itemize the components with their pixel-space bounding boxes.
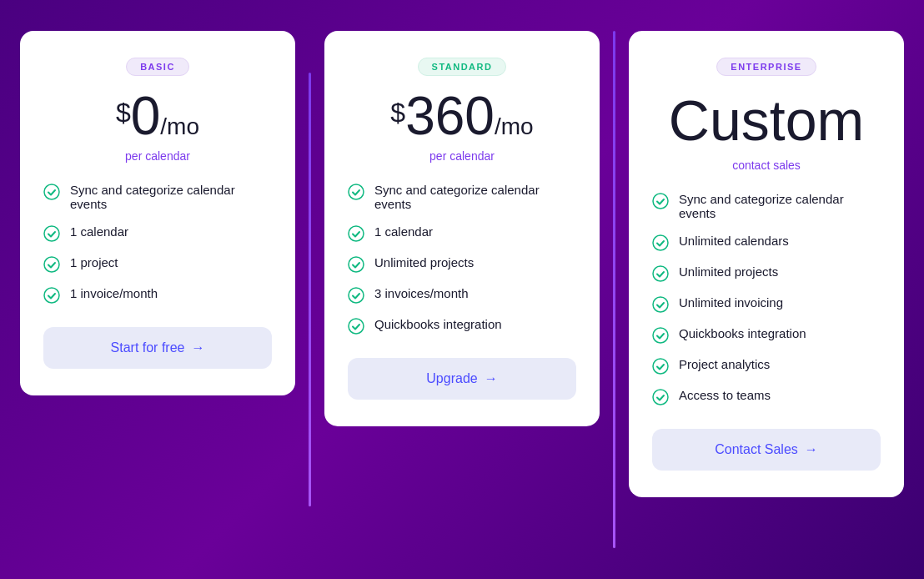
arrow-right-icon: → <box>485 371 498 386</box>
basic-per-mo: /mo <box>160 113 199 139</box>
list-item: Access to teams <box>652 388 881 405</box>
feature-text: Unlimited projects <box>374 255 474 269</box>
standard-price-amount: $360/mo <box>390 86 533 146</box>
list-item: Sync and categorize calendar events <box>652 192 881 220</box>
list-item: Quickbooks integration <box>348 317 576 335</box>
svg-point-2 <box>44 257 59 272</box>
feature-text: Unlimited invoicing <box>679 295 783 310</box>
feature-text: Quickbooks integration <box>374 317 502 331</box>
standard-price-subtitle: per calendar <box>348 149 576 163</box>
check-icon <box>348 184 364 200</box>
list-item: Unlimited projects <box>348 255 576 273</box>
standard-cta-label: Upgrade <box>426 371 477 386</box>
basic-features-list: Sync and categorize calendar events 1 ca… <box>43 183 272 304</box>
svg-point-7 <box>349 288 364 303</box>
svg-point-1 <box>44 226 59 241</box>
enterprise-price-display: Custom <box>652 89 881 152</box>
check-icon <box>652 327 669 344</box>
feature-text: 1 calendar <box>374 224 433 239</box>
enterprise-price-custom: Custom <box>652 89 881 152</box>
right-divider <box>613 31 615 548</box>
basic-price-amount: $0/mo <box>116 86 199 146</box>
check-icon <box>348 318 364 335</box>
list-item: Unlimited projects <box>652 264 881 282</box>
check-icon <box>652 296 669 313</box>
feature-text: Unlimited projects <box>679 264 778 279</box>
enterprise-plan-card: ENTERPRISE Custom contact sales Sync and… <box>629 31 904 497</box>
standard-features-list: Sync and categorize calendar events 1 ca… <box>348 183 576 335</box>
feature-text: Sync and categorize calendar events <box>679 192 881 220</box>
check-icon <box>652 234 669 251</box>
left-divider <box>309 73 311 506</box>
svg-point-10 <box>653 235 668 250</box>
svg-point-6 <box>349 257 364 272</box>
standard-badge: STANDARD <box>418 58 507 76</box>
feature-text: 1 calendar <box>70 224 128 239</box>
svg-point-14 <box>653 359 668 374</box>
feature-text: 3 invoices/month <box>374 286 469 300</box>
standard-plan-card: STANDARD $360/mo per calendar Sync and c… <box>324 31 600 426</box>
feature-text: Access to teams <box>679 388 771 402</box>
list-item: Quickbooks integration <box>652 326 881 344</box>
feature-text: 1 project <box>70 255 118 269</box>
check-icon <box>652 265 669 282</box>
check-icon <box>348 287 364 304</box>
enterprise-features-list: Sync and categorize calendar events Unli… <box>652 192 881 405</box>
list-item: Unlimited invoicing <box>652 295 881 313</box>
arrow-right-icon: → <box>805 442 818 457</box>
standard-price-display: $360/mo <box>348 89 576 143</box>
standard-dollar-sign: $ <box>390 99 405 126</box>
basic-badge: BASIC <box>126 58 189 76</box>
list-item: 1 project <box>43 255 272 273</box>
feature-text: Sync and categorize calendar events <box>70 183 272 211</box>
svg-point-5 <box>349 226 364 241</box>
list-item: Unlimited calendars <box>652 234 881 251</box>
basic-price-subtitle: per calendar <box>43 149 272 163</box>
standard-cta-button[interactable]: Upgrade → <box>348 358 576 400</box>
list-item: Project analytics <box>652 357 881 375</box>
basic-cta-label: Start for free <box>111 340 185 355</box>
feature-text: Project analytics <box>679 357 770 371</box>
list-item: 1 invoice/month <box>43 286 272 304</box>
list-item: 1 calendar <box>348 224 576 242</box>
svg-point-13 <box>653 328 668 343</box>
feature-text: 1 invoice/month <box>70 286 158 300</box>
svg-point-9 <box>653 194 668 209</box>
basic-price-display: $0/mo <box>43 89 272 143</box>
basic-cta-button[interactable]: Start for free → <box>43 327 272 369</box>
list-item: 3 invoices/month <box>348 286 576 304</box>
check-icon <box>43 287 60 304</box>
enterprise-cta-label: Contact Sales <box>715 442 798 457</box>
standard-price-number: 360 <box>405 86 495 146</box>
svg-point-0 <box>44 184 59 199</box>
svg-point-11 <box>653 266 668 281</box>
check-icon <box>652 193 669 209</box>
list-item: Sync and categorize calendar events <box>43 183 272 211</box>
svg-point-3 <box>44 288 59 303</box>
feature-text: Quickbooks integration <box>679 326 806 340</box>
list-item: 1 calendar <box>43 224 272 242</box>
basic-price-number: 0 <box>131 86 161 146</box>
check-icon <box>43 184 60 200</box>
feature-text: Sync and categorize calendar events <box>374 183 576 211</box>
check-icon <box>652 389 669 405</box>
basic-dollar-sign: $ <box>116 99 131 126</box>
pricing-container: BASIC $0/mo per calendar Sync and catego… <box>20 31 904 548</box>
svg-point-4 <box>349 184 364 199</box>
check-icon <box>348 256 364 273</box>
check-icon <box>348 225 364 242</box>
list-item: Sync and categorize calendar events <box>348 183 576 211</box>
check-icon <box>43 225 60 242</box>
enterprise-badge: ENTERPRISE <box>716 58 816 76</box>
svg-point-12 <box>653 297 668 312</box>
check-icon <box>43 256 60 273</box>
basic-plan-card: BASIC $0/mo per calendar Sync and catego… <box>20 31 295 395</box>
enterprise-price-subtitle: contact sales <box>652 159 881 172</box>
svg-point-8 <box>349 319 364 334</box>
enterprise-cta-button[interactable]: Contact Sales → <box>652 429 881 471</box>
standard-per-mo: /mo <box>495 113 534 139</box>
feature-text: Unlimited calendars <box>679 234 789 248</box>
check-icon <box>652 358 669 375</box>
arrow-right-icon: → <box>191 340 204 355</box>
svg-point-15 <box>653 390 668 405</box>
